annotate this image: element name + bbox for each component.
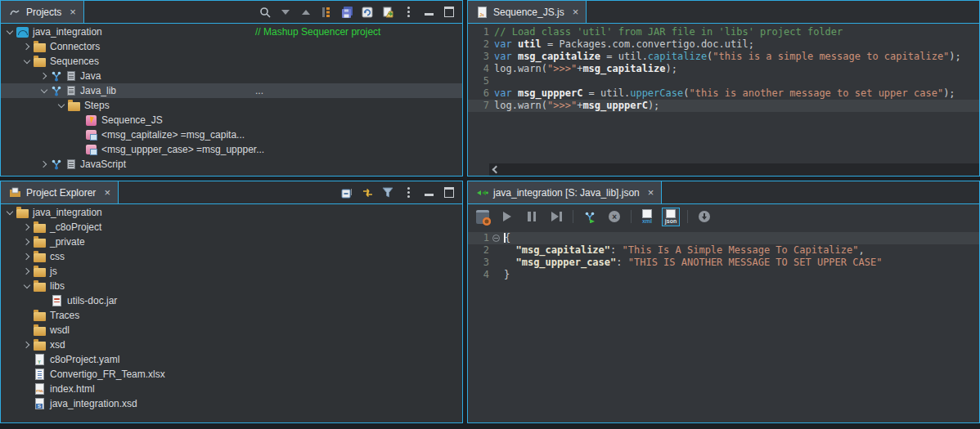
tree-item-wsdl[interactable]: wsdl (1, 323, 462, 337)
tree-item-steps[interactable]: Steps (1, 98, 462, 113)
chevron-right-icon[interactable] (38, 70, 50, 82)
xsd-file-label: S (36, 404, 42, 409)
engine-icon[interactable] (474, 208, 491, 225)
chevron-none (73, 114, 84, 126)
chevron-right-icon[interactable] (21, 266, 33, 277)
chevron-down-icon[interactable] (21, 56, 33, 67)
run-sequence-icon[interactable] (582, 208, 598, 225)
tree-item-java-lib[interactable]: Java_lib ... (1, 83, 462, 98)
code-text: ); (666, 63, 677, 74)
close-icon[interactable]: × (70, 6, 76, 18)
tree-item-sequences[interactable]: Sequences (1, 54, 462, 69)
tree-item-xsd[interactable]: xsd (1, 337, 462, 352)
projects-toolbar (252, 1, 462, 23)
tree-item-label: js (50, 266, 57, 277)
tree-item-utils-doc-jar[interactable]: utils-doc.jar (1, 293, 462, 308)
code-string: "this is another message to set upper ca… (689, 87, 943, 99)
code-text: ); (949, 51, 960, 62)
collapse-all-icon[interactable] (340, 186, 353, 199)
tree-item-js[interactable]: js (1, 264, 462, 279)
save-all-icon[interactable] (340, 6, 353, 19)
tree-item-libs[interactable]: libs (1, 279, 462, 293)
gutter-spacer (492, 257, 502, 269)
scroll-left-icon[interactable] (489, 167, 501, 172)
view-menu-icon[interactable] (402, 6, 415, 19)
tree-item-label: wsdl (50, 324, 70, 336)
close-icon[interactable]: × (648, 186, 654, 199)
code-line: 3 var msg_capitalize = util.capitalize("… (468, 51, 979, 63)
tree-item-msg-upper-case[interactable]: <msg_uppper_case> =msg_uppper... (1, 142, 462, 157)
tree-item-traces[interactable]: Traces (1, 308, 462, 323)
tree-item-java-integration-xsd[interactable]: S java_integration.xsd (1, 396, 462, 411)
play-icon[interactable] (499, 208, 515, 225)
tab-label: Sequence_JS.js (493, 7, 564, 18)
chevron-right-icon[interactable] (21, 339, 33, 351)
search-icon[interactable] (258, 6, 272, 19)
close-icon[interactable]: × (573, 6, 579, 18)
sequence-icon (50, 84, 63, 97)
chevron-down-icon[interactable] (38, 85, 50, 96)
tab-projects[interactable]: Projects × (1, 1, 84, 23)
link-with-editor-icon[interactable] (361, 186, 374, 199)
caret-up-icon[interactable] (299, 6, 312, 19)
tree-item-label: java_integration (33, 207, 102, 218)
tree-item-c8oproject[interactable]: _c8oProject (1, 220, 462, 235)
xml-view-label: xml (642, 218, 652, 225)
code-method: upperCase (630, 87, 683, 99)
horizontal-scrollbar[interactable] (489, 163, 979, 176)
json-key: "msg_uppper_case" (515, 257, 616, 268)
json-code-editor[interactable]: 1 { 2 "msg_capitalize": "This Is A Simpl… (468, 229, 979, 422)
tab-json-result[interactable]: java_integration [S: Java_lib].json × (468, 181, 662, 203)
restore-icon[interactable] (443, 6, 456, 19)
filter-icon[interactable] (381, 186, 394, 199)
project-icon (16, 25, 29, 38)
tab-project-explorer[interactable]: Project Explorer × (1, 181, 119, 203)
refresh-icon[interactable] (361, 6, 374, 19)
chevron-down-icon[interactable] (4, 207, 16, 218)
fold-marker-icon[interactable] (492, 232, 502, 244)
tree-item-index-html[interactable]: HTML index.html (1, 382, 462, 396)
tree-item-java-integration[interactable]: java_integration // Mashup Sequencer pro… (1, 25, 462, 39)
tree-item-msg-capitalize[interactable]: <msg_capitalize> =msg_capita... (1, 127, 462, 142)
tree-item-convertigo-xlsx[interactable]: Convertigo_FR_Team.xlsx (1, 367, 462, 382)
close-icon[interactable]: × (104, 186, 110, 199)
view-menu-icon[interactable] (402, 186, 415, 199)
tree-item-java[interactable]: Java (1, 69, 462, 83)
link-with-editor-icon[interactable] (320, 6, 333, 19)
tab-sequence-js[interactable]: Js Sequence_JS.js × (468, 1, 587, 23)
download-icon[interactable] (696, 208, 713, 225)
import-icon[interactable] (381, 6, 394, 19)
step-icon[interactable] (548, 208, 564, 225)
caret-down-icon[interactable] (279, 6, 292, 19)
tree-item-c8oproject-yaml[interactable]: Y c8oProject.yaml (1, 352, 462, 367)
pause-icon[interactable] (524, 208, 540, 225)
minimize-icon[interactable] (422, 6, 435, 19)
chevron-right-icon[interactable] (21, 221, 33, 233)
stop-icon[interactable]: × (606, 208, 623, 225)
chevron-right-icon[interactable] (38, 159, 50, 170)
tree-item-sequence-js[interactable]: Sequence_JS (1, 113, 462, 127)
code-line: 4 } (468, 269, 979, 281)
document-icon (63, 158, 76, 171)
tree-item-java-integration[interactable]: java_integration (1, 205, 462, 220)
tree-item-css[interactable]: css (1, 249, 462, 264)
chevron-down-icon[interactable] (4, 26, 16, 38)
project-explorer-panel: Project Explorer × (0, 181, 463, 423)
chevron-right-icon[interactable] (21, 41, 33, 52)
restore-icon[interactable] (443, 186, 456, 199)
tree-item-private[interactable]: _private (1, 235, 462, 249)
chevron-down-icon[interactable] (21, 280, 33, 292)
xml-view-icon[interactable]: xml (640, 209, 654, 225)
tree-item-javascript[interactable]: JavaScript (1, 157, 462, 172)
chevron-none (21, 354, 33, 365)
line-number: 4 (468, 63, 492, 75)
line-number: 4 (468, 269, 492, 281)
json-view-icon[interactable]: json (663, 208, 679, 226)
js-code-editor[interactable]: 1 // Load class 'util' from JAR file in … (468, 24, 979, 176)
chevron-right-icon[interactable] (21, 251, 33, 262)
minimize-icon[interactable] (422, 186, 435, 199)
chevron-right-icon[interactable] (21, 236, 33, 248)
chevron-down-icon[interactable] (56, 100, 67, 111)
document-icon (63, 69, 76, 83)
tree-item-connectors[interactable]: Connectors (1, 39, 462, 54)
